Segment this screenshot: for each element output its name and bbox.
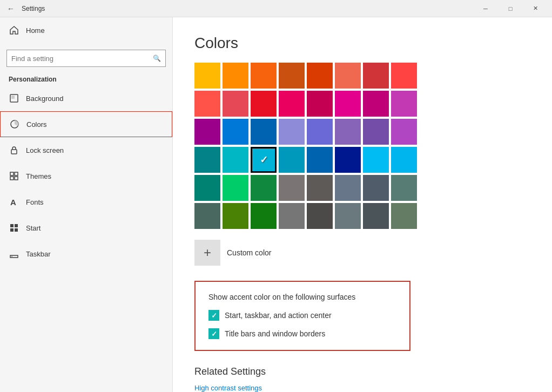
titlebars-checkbox[interactable]: [208, 328, 219, 339]
taskbar-icon: [9, 248, 19, 259]
lock-icon: [9, 145, 19, 156]
search-icon: 🔍: [153, 55, 161, 62]
search-box[interactable]: 🔍: [6, 50, 166, 67]
color-swatch[interactable]: [194, 91, 220, 117]
color-swatch[interactable]: [363, 91, 389, 117]
svg-rect-7: [15, 177, 18, 180]
color-swatch[interactable]: [363, 175, 389, 201]
window-controls: ─ □ ✕: [473, 0, 548, 17]
color-swatch[interactable]: [335, 175, 361, 201]
search-input[interactable]: [11, 55, 153, 63]
maximize-button[interactable]: □: [498, 0, 523, 17]
sidebar-item-themes[interactable]: Themes: [0, 163, 172, 189]
color-swatch[interactable]: [335, 147, 361, 173]
related-settings-section: Related Settings High contrast settings …: [194, 366, 530, 392]
back-button[interactable]: ←: [4, 2, 17, 15]
color-swatch[interactable]: [279, 175, 305, 201]
minimize-button[interactable]: ─: [473, 0, 498, 17]
color-swatch[interactable]: [194, 119, 220, 145]
sidebar-item-fonts[interactable]: A Fonts: [0, 189, 172, 215]
color-swatch[interactable]: [363, 119, 389, 145]
color-swatch[interactable]: [363, 63, 389, 89]
color-swatch[interactable]: [391, 175, 417, 201]
sidebar-item-start[interactable]: Start: [0, 215, 172, 241]
sidebar: Home 🔍 Personalization Background: [0, 17, 173, 392]
color-swatch[interactable]: [279, 63, 305, 89]
fonts-icon: A: [9, 197, 19, 207]
color-swatch[interactable]: [335, 63, 361, 89]
svg-rect-10: [15, 224, 18, 227]
color-swatch[interactable]: [251, 63, 277, 89]
svg-rect-5: [15, 172, 18, 175]
sidebar-themes-label: Themes: [26, 172, 51, 180]
checkbox-row-titlebars: Title bars and window borders: [208, 328, 396, 339]
color-swatch[interactable]: [279, 119, 305, 145]
svg-rect-3: [11, 150, 17, 154]
color-swatch[interactable]: [307, 147, 333, 173]
color-swatch[interactable]: [251, 175, 277, 201]
page-title: Colors: [194, 35, 530, 52]
color-swatch[interactable]: [194, 63, 220, 89]
accent-title: Show accent color on the following surfa…: [208, 293, 396, 301]
close-button[interactable]: ✕: [523, 0, 548, 17]
color-swatch[interactable]: [391, 147, 417, 173]
color-swatch[interactable]: [223, 91, 248, 117]
themes-icon: [9, 171, 19, 181]
related-settings-title: Related Settings: [194, 366, 530, 377]
color-swatch[interactable]: [335, 119, 361, 145]
color-swatch[interactable]: [363, 203, 389, 229]
sidebar-section-title: Personalization: [0, 71, 172, 85]
color-swatch[interactable]: [279, 91, 305, 117]
titlebars-checkbox-label: Title bars and window borders: [225, 329, 325, 338]
color-swatch[interactable]: [307, 91, 333, 117]
svg-rect-12: [15, 228, 18, 232]
color-swatch[interactable]: [194, 147, 220, 173]
sidebar-item-home[interactable]: Home: [0, 17, 172, 43]
color-swatch[interactable]: [251, 91, 277, 117]
color-swatch[interactable]: [391, 203, 417, 229]
color-swatch[interactable]: [391, 91, 417, 117]
checkbox-row-startbar: Start, taskbar, and action center: [208, 310, 396, 321]
color-swatch[interactable]: [307, 63, 333, 89]
color-swatch[interactable]: [391, 119, 417, 145]
colors-icon: [9, 119, 20, 130]
custom-color-row: + Custom color: [194, 240, 530, 266]
color-swatch[interactable]: [223, 63, 248, 89]
svg-rect-1: [11, 96, 15, 99]
color-grid: [194, 63, 530, 229]
sidebar-background-label: Background: [26, 94, 63, 103]
color-swatch[interactable]: [279, 147, 305, 173]
color-swatch[interactable]: [279, 203, 305, 229]
color-swatch[interactable]: [223, 203, 248, 229]
color-swatch[interactable]: [223, 175, 248, 201]
startbar-checkbox[interactable]: [208, 310, 219, 321]
color-swatch[interactable]: [251, 147, 277, 173]
color-swatch[interactable]: [307, 175, 333, 201]
sidebar-item-lockscreen[interactable]: Lock screen: [0, 137, 172, 163]
sidebar-item-colors[interactable]: Colors: [0, 111, 172, 137]
color-swatch[interactable]: [194, 175, 220, 201]
color-swatch[interactable]: [251, 203, 277, 229]
content-area: Colors + Custom color Show accent color …: [173, 17, 552, 392]
background-icon: [9, 93, 19, 104]
sidebar-item-background[interactable]: Background: [0, 85, 172, 111]
color-swatch[interactable]: [335, 203, 361, 229]
color-swatch[interactable]: [307, 119, 333, 145]
svg-rect-6: [10, 177, 14, 180]
sidebar-nav: Background Colors Lock: [0, 85, 172, 392]
color-swatch[interactable]: [194, 203, 220, 229]
sidebar-fonts-label: Fonts: [26, 198, 44, 206]
high-contrast-link[interactable]: High contrast settings: [194, 384, 530, 392]
color-swatch[interactable]: [391, 63, 417, 89]
color-swatch[interactable]: [223, 147, 248, 173]
custom-color-button[interactable]: +: [194, 240, 220, 266]
color-swatch[interactable]: [307, 203, 333, 229]
color-swatch[interactable]: [223, 119, 248, 145]
color-swatch[interactable]: [251, 119, 277, 145]
back-icon: ←: [7, 4, 15, 13]
sidebar-home-label: Home: [26, 26, 45, 35]
color-swatch[interactable]: [363, 147, 389, 173]
color-swatch[interactable]: [335, 91, 361, 117]
title-bar: ← Settings ─ □ ✕: [0, 0, 552, 17]
sidebar-item-taskbar[interactable]: Taskbar: [0, 241, 172, 267]
